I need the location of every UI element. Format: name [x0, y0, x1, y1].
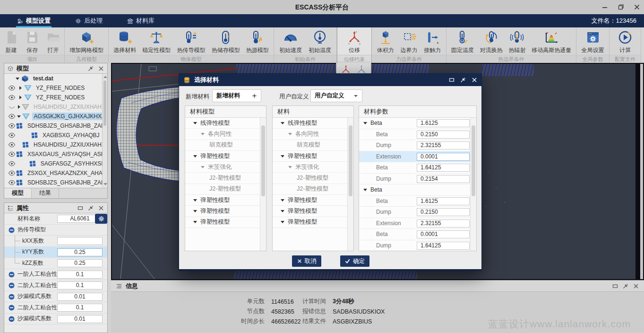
ribbon-button-stability-scale[interactable]: 稳定性模型 [141, 28, 172, 55]
property-value-input[interactable]: 0.1 [57, 271, 103, 279]
property-value-input[interactable]: 0.25 [57, 248, 103, 256]
caret-down-icon[interactable] [288, 166, 292, 168]
property-row[interactable]: 二阶人工粘合性0.1 [4, 302, 107, 314]
close-icon[interactable] [633, 283, 639, 289]
material-tree-item[interactable]: J2-塑性模型 [185, 184, 260, 195]
plus-icon[interactable] [252, 93, 257, 98]
param-value-input[interactable]: 0.2150 [417, 208, 470, 216]
material-param-row[interactable]: Beta [359, 184, 470, 196]
material-tree-item[interactable]: 弹塑性模型 [185, 195, 260, 206]
ribbon-button-new-file[interactable]: 新建 [1, 28, 21, 55]
param-value-input[interactable]: 0.0001 [417, 230, 470, 238]
caret-down-icon[interactable] [363, 122, 367, 124]
param-value-input[interactable]: 1.6125 [417, 197, 470, 205]
cancel-button[interactable]: 取消 [292, 255, 321, 267]
ribbon-button-contact-force[interactable]: 接触力 [422, 28, 442, 55]
material-tree-item[interactable]: 弹塑性模型 [273, 217, 347, 228]
caret-down-icon[interactable] [281, 221, 284, 223]
material-param-row[interactable]: Dump0.2154 [359, 174, 470, 185]
caret-down-icon[interactable] [281, 122, 284, 124]
material-param-row[interactable]: Beta0.2150 [359, 129, 470, 140]
caret-down-icon[interactable] [193, 155, 197, 158]
property-row[interactable]: 材料名称AL6061 [4, 213, 107, 225]
material-tree-item[interactable]: 弹塑性模型 [273, 206, 347, 217]
ribbon-button-open-folder[interactable]: 打开 [43, 28, 63, 55]
pin-icon[interactable] [87, 205, 94, 211]
tree-item[interactable]: SDHSBJZS_GHSABJHB_ZAHU [4, 121, 107, 131]
material-tree-item[interactable]: 各向同性 [273, 129, 347, 140]
material-tree-item[interactable]: 弹塑性模型 [185, 151, 260, 162]
tree-item[interactable]: HSAUHDISU_JZXIUXHAHX [4, 102, 107, 112]
material-param-row[interactable]: Beta1.6125 [359, 118, 470, 129]
material-param-row[interactable]: Dump2.32155 [359, 140, 470, 151]
property-row[interactable]: 沙漏模式系数0.01 [4, 314, 107, 325]
material-tree-item[interactable]: J2-塑性模型 [185, 173, 260, 184]
ribbon-button-convection[interactable]: 对流换热 [479, 28, 504, 55]
property-row[interactable]: 沙漏模式系数0.01 [4, 291, 107, 303]
tree-item[interactable]: SDHSBJZS_GHSABJHB_ZAHU [4, 178, 107, 187]
material-tree-item[interactable]: 弹塑性模型 [273, 195, 347, 206]
ribbon-button-boundary-force[interactable]: 边界力 [399, 28, 419, 55]
minus-circle-icon[interactable] [9, 282, 15, 289]
param-value-input[interactable]: 2.32155 [417, 141, 470, 149]
tab-material-library[interactable]: 材料库 [127, 14, 155, 27]
scrollbar[interactable] [470, 118, 476, 251]
tree-item[interactable]: XSAXGAUS_AISYAQSH_ASHX [4, 149, 107, 159]
tree-item[interactable]: YZ_FREE_NODES [4, 93, 107, 102]
property-value-input[interactable]: 0.25 [57, 259, 103, 267]
eye-open-icon[interactable] [8, 141, 16, 149]
ribbon-button-thermal-radiation[interactable]: 热辐射 [507, 28, 527, 55]
eye-open-icon[interactable] [8, 179, 16, 186]
tab-model-settings[interactable]: 模型设置 [17, 14, 51, 27]
minus-circle-icon[interactable] [9, 305, 15, 311]
material-param-row[interactable]: Extension2.32155 [359, 218, 470, 229]
scroll-up-icon[interactable] [103, 74, 108, 79]
eye-open-icon[interactable] [8, 113, 16, 120]
eye-open-icon[interactable] [8, 94, 16, 101]
param-value-input[interactable]: 0.2154 [417, 175, 470, 183]
material-tree-item[interactable]: 各向同性 [185, 129, 260, 140]
ribbon-button-initial-velocity-gauge[interactable]: 初始速度 [278, 28, 303, 55]
eye-open-icon[interactable] [8, 84, 16, 92]
caret-down-icon[interactable] [193, 122, 197, 124]
new-material-input[interactable]: 新增材料 [212, 89, 261, 102]
dialog-titlebar[interactable]: 选择材料 [179, 74, 481, 86]
footer-tab-结果[interactable]: 结果 [32, 188, 59, 198]
tab-post-processing[interactable]: 后处理 [75, 14, 103, 27]
close-icon[interactable] [471, 77, 477, 83]
minimize-icon[interactable] [600, 2, 610, 12]
ok-button[interactable]: 确定 [340, 255, 369, 267]
eye-open-icon[interactable] [8, 160, 16, 167]
tree-item[interactable]: SAGFASGZ_ASYHHXSN [4, 159, 107, 168]
ribbon-button-gaussian-heat-flux[interactable]: 移动高斯热通量 [530, 28, 573, 55]
scrollbar[interactable] [260, 118, 266, 251]
ribbon-button-add-mesh-cube[interactable]: 增加网格模型 [68, 28, 105, 55]
ribbon-button-heat-source[interactable]: 热源模型 [245, 28, 270, 55]
param-value-input[interactable]: 1.64125 [417, 164, 470, 172]
tree-item[interactable]: YZ_FREE_NODES [4, 83, 107, 93]
close-icon[interactable] [98, 205, 104, 211]
material-param-row[interactable]: Extension0.0001 [359, 151, 470, 163]
caret-down-icon[interactable] [201, 133, 205, 135]
tree-item[interactable]: AGSGKJKG_GJHXAJKHXA [4, 112, 107, 121]
eye-open-icon[interactable] [8, 169, 16, 177]
restore-icon[interactable] [612, 283, 618, 289]
material-tree-item[interactable]: 弹塑性模型 [185, 217, 260, 228]
maximize-icon[interactable] [616, 2, 626, 12]
caret-down-icon[interactable] [288, 133, 292, 135]
param-value-input[interactable]: 0.2150 [417, 131, 470, 139]
restore-icon[interactable] [77, 205, 84, 211]
ribbon-button-fixed-temperature[interactable]: 固定温度 [450, 28, 475, 55]
material-tree-item[interactable]: 胡克模型 [185, 140, 260, 151]
property-value-input[interactable] [57, 237, 103, 245]
ribbon-button-heat-storage[interactable]: 热储存模型 [210, 28, 241, 55]
minus-circle-icon[interactable] [9, 294, 15, 300]
material-param-row[interactable]: Beta0.0001 [359, 229, 470, 240]
eye-open-icon[interactable] [8, 150, 16, 158]
caret-down-icon[interactable] [363, 189, 367, 191]
caret-down-icon[interactable] [193, 199, 197, 202]
tree-item[interactable]: HSAUHDISU_JZXIUXHAHX [4, 140, 107, 149]
material-settings-button[interactable] [95, 214, 107, 224]
property-row[interactable]: 一阶人工粘合性0.1 [4, 269, 107, 280]
material-tree-item[interactable]: 胡克模型 [273, 140, 347, 151]
